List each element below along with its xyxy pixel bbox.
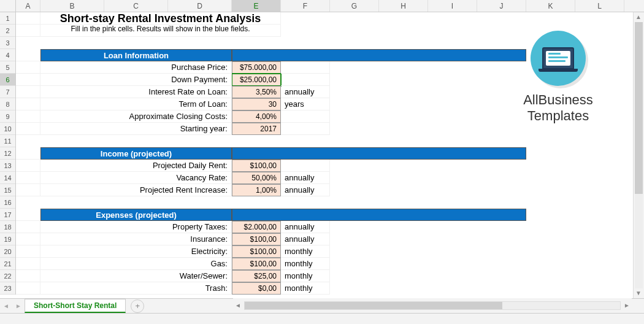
input-cell[interactable]: $75.000,00	[232, 61, 281, 74]
scroll-down-icon[interactable]: ▼	[634, 288, 643, 298]
unit-label: monthly	[281, 245, 330, 258]
input-cell[interactable]: $25.000,00	[232, 74, 281, 86]
col-header-C[interactable]: C	[104, 0, 168, 12]
tab-next-icon[interactable]: ►	[12, 303, 25, 309]
input-cell[interactable]: $100,00	[232, 258, 281, 270]
col-header-K[interactable]: K	[526, 0, 575, 12]
row-header-14[interactable]: 14	[0, 172, 15, 184]
section-header-expenses: Expenses (projected)	[40, 209, 232, 221]
select-all-corner[interactable]	[0, 0, 16, 12]
col-header-L[interactable]: L	[575, 0, 624, 12]
row-header-7[interactable]: 7	[0, 86, 15, 98]
label: Electricity:	[40, 245, 232, 258]
title: Short-stay Rental Investment Analysis	[40, 12, 281, 25]
col-header-E[interactable]: E	[232, 0, 281, 12]
label: Property Taxes:	[40, 221, 232, 233]
row-header-5[interactable]: 5	[0, 61, 15, 74]
section-header-income-ext	[232, 147, 526, 160]
row-header-17[interactable]: 17	[0, 209, 15, 221]
scroll-left-icon[interactable]: ◄	[233, 301, 243, 310]
row-header-16[interactable]: 16	[0, 196, 15, 209]
unit-label: annually	[281, 172, 330, 184]
horizontal-scrollbar[interactable]: ◄ ►	[233, 298, 632, 313]
row-header-10[interactable]: 10	[0, 123, 15, 135]
unit-label: annually	[281, 184, 330, 196]
cell-grid[interactable]: Short-stay Rental Investment Analysis Fi…	[16, 12, 644, 295]
column-headers: ABCDEFGHIJKL	[0, 0, 644, 12]
subtitle: Fill in the pink cells. Results will sho…	[40, 25, 281, 37]
unit-label	[281, 74, 330, 86]
logo: AllBusiness Templates	[509, 31, 607, 125]
input-cell[interactable]: 4,00%	[232, 110, 281, 123]
row-header-8[interactable]: 8	[0, 98, 15, 110]
tab-prev-icon[interactable]: ◄	[0, 303, 12, 309]
col-header-D[interactable]: D	[168, 0, 232, 12]
input-cell[interactable]: 3,50%	[232, 86, 281, 98]
scroll-right-icon[interactable]: ►	[622, 301, 632, 310]
add-sheet-button[interactable]: +	[131, 299, 144, 313]
input-cell[interactable]: 2017	[232, 123, 281, 135]
scroll-up-icon[interactable]: ▲	[634, 12, 643, 22]
status-bar	[0, 313, 644, 324]
row-headers: 1234567891011121314151617181920212223	[0, 12, 16, 295]
row-header-21[interactable]: 21	[0, 258, 15, 270]
input-cell[interactable]: 30	[232, 98, 281, 110]
input-cell[interactable]: $2.000,00	[232, 221, 281, 233]
unit-label: monthly	[281, 258, 330, 270]
input-cell[interactable]: $100,00	[232, 160, 281, 172]
row-header-13[interactable]: 13	[0, 160, 15, 172]
col-header-G[interactable]: G	[330, 0, 379, 12]
unit-label	[281, 123, 330, 135]
input-cell[interactable]: $100,00	[232, 233, 281, 245]
row-header-22[interactable]: 22	[0, 270, 15, 282]
row-header-12[interactable]: 12	[0, 147, 15, 160]
col-header-F[interactable]: F	[281, 0, 330, 12]
logo-text-1: AllBusiness	[509, 92, 607, 108]
label: Vacancy Rate:	[40, 172, 232, 184]
col-header-H[interactable]: H	[379, 0, 428, 12]
unit-label: monthly	[281, 270, 330, 282]
unit-label	[281, 110, 330, 123]
section-header-expenses-ext	[232, 209, 526, 221]
input-cell[interactable]: 1,00%	[232, 184, 281, 196]
row-header-6[interactable]: 6	[0, 74, 15, 86]
row-header-3[interactable]: 3	[0, 37, 15, 49]
scroll-thumb-v[interactable]	[635, 22, 643, 194]
input-cell[interactable]: 50,00%	[232, 172, 281, 184]
col-header-I[interactable]: I	[428, 0, 477, 12]
label: Water/Sewer:	[40, 270, 232, 282]
input-cell[interactable]: $100,00	[232, 245, 281, 258]
input-cell[interactable]: $0,00	[232, 282, 281, 295]
row-header-4[interactable]: 4	[0, 49, 15, 61]
row-header-18[interactable]: 18	[0, 221, 15, 233]
unit-label: years	[281, 98, 330, 110]
col-header-B[interactable]: B	[40, 0, 104, 12]
row-header-15[interactable]: 15	[0, 184, 15, 196]
label: Term of Loan:	[40, 98, 232, 110]
row-header-1[interactable]: 1	[0, 12, 15, 25]
row-header-9[interactable]: 9	[0, 110, 15, 123]
label: Purchase Price:	[40, 61, 232, 74]
vertical-scrollbar[interactable]: ▲ ▼	[633, 12, 644, 298]
row-header-20[interactable]: 20	[0, 245, 15, 258]
logo-text-2: Templates	[509, 108, 607, 124]
col-header-A[interactable]: A	[16, 0, 40, 12]
label: Projected Daily Rent:	[40, 160, 232, 172]
input-cell[interactable]: $25,00	[232, 270, 281, 282]
sheet-tab-active[interactable]: Short-Short Stay Rental	[25, 299, 126, 313]
unit-label: annually	[281, 233, 330, 245]
unit-label	[281, 160, 330, 172]
section-header-income: Income (projected)	[40, 147, 232, 160]
label: Interest Rate on Loan:	[40, 86, 232, 98]
row-header-11[interactable]: 11	[0, 135, 15, 147]
unit-label	[281, 61, 330, 74]
scroll-thumb-h[interactable]	[245, 302, 502, 309]
row-header-19[interactable]: 19	[0, 233, 15, 245]
row-header-23[interactable]: 23	[0, 282, 15, 295]
col-header-J[interactable]: J	[477, 0, 526, 12]
logo-icon	[531, 31, 586, 86]
unit-label: annually	[281, 86, 330, 98]
row-header-2[interactable]: 2	[0, 25, 15, 37]
label: Trash:	[40, 282, 232, 295]
section-header-loan-ext	[232, 49, 526, 61]
